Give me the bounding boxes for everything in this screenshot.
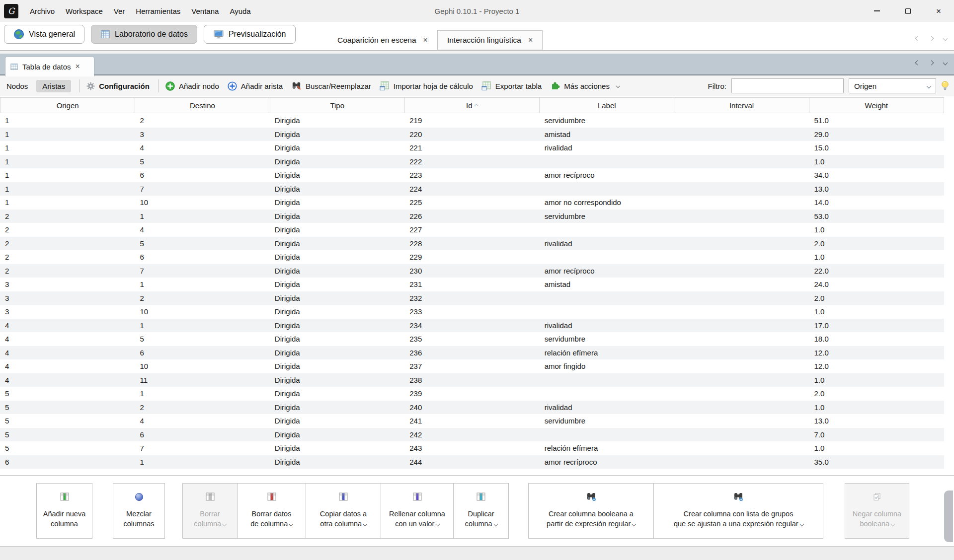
table-row[interactable]: 15Dirigida2221.0 [0,155,944,169]
table-row[interactable]: 310Dirigida2331.0 [0,305,944,319]
table-row[interactable]: 41Dirigida234rivalidad17.0 [0,319,944,333]
action-añadir-nueva-columna[interactable]: Añadir nuevacolumna [36,483,92,539]
edges-toggle[interactable]: Aristas [36,80,71,92]
minimize-button[interactable] [862,0,892,22]
table-row[interactable]: 13Dirigida220amistad29.0 [0,128,944,141]
menu-ventana[interactable]: Ventana [186,4,224,18]
close-tab-icon[interactable]: × [423,36,428,44]
search-replace-button[interactable]: Buscar/Reemplazar [291,81,371,91]
table-row[interactable]: 57Dirigida243relación efímera1.0 [0,441,944,455]
tab-tabla-de-datos[interactable]: Tabla de datos × [5,56,94,76]
column-header-label[interactable]: Label [540,98,674,113]
scroll-left-icon[interactable] [915,61,920,66]
close-button[interactable]: × [923,0,954,22]
table-row[interactable]: 24Dirigida2271.0 [0,223,944,237]
filter-column-select[interactable]: Origen [849,78,936,93]
table-row[interactable]: 17Dirigida22413.0 [0,182,944,196]
close-tab-icon[interactable]: × [528,36,533,44]
column-header-origen[interactable]: Origen [0,98,135,113]
column-header-tipo[interactable]: Tipo [270,98,405,113]
configuration-button[interactable]: Configuración [86,82,150,90]
table-row[interactable]: 410Dirigida237amor fingido12.0 [0,359,944,373]
column-header-interval[interactable]: Interval [674,98,809,113]
table-cell [540,155,674,169]
table-row[interactable]: 26Dirigida2291.0 [0,250,944,264]
menu-workspace[interactable]: Workspace [60,4,108,18]
action-crear-columna-con-lista-de-grupos-que-se-ajustan-a-una-expresión-regular[interactable]: Crear columna con lista de gruposque se … [654,483,823,539]
action-duplicar-columna[interactable]: Duplicarcolumna [454,483,509,539]
view-button-previsualizaci-n[interactable]: Previsualización [204,25,296,44]
scroll-left-icon[interactable] [915,36,920,41]
table-row[interactable]: 16Dirigida223amor recíproco34.0 [0,168,944,182]
table-cell: 7.0 [809,428,944,442]
table-cell: 10 [135,359,269,373]
table-row[interactable]: 61Dirigida244amor recríproco35.0 [0,455,944,469]
table-cell: Dirigida [270,441,404,455]
menu-ayuda[interactable]: Ayuda [224,4,256,18]
table-cell: 18.0 [809,332,944,346]
table-row[interactable]: 31Dirigida231amistad24.0 [0,278,944,291]
table-row[interactable]: 12Dirigida219servidumbre51.0 [0,114,944,128]
tab-list-icon[interactable] [943,36,948,41]
table-row[interactable]: 411Dirigida2381.0 [0,373,944,387]
table-cell: 11 [135,373,269,387]
import-spreadsheet-button[interactable]: Importar hoja de cálculo [380,81,473,91]
action-copiar-datos-a-otra-columna[interactable]: Copiar datos aotra columna [306,483,381,539]
lightbulb-icon[interactable] [941,80,949,92]
action-borrar-datos-de-columna[interactable]: Borrar datosde columna [238,483,306,539]
column-header-weight[interactable]: Weight [809,98,944,113]
table-row[interactable]: 32Dirigida2322.0 [0,291,944,305]
table-cell: 5 [0,387,135,401]
menu-herramientas[interactable]: Herramientas [130,4,186,18]
table-row[interactable]: 54Dirigida241servidumbre13.0 [0,414,944,428]
export-table-button[interactable]: Exportar tabla [481,81,542,91]
view-button-laboratorio-de-datos[interactable]: Laboratorio de datos [91,25,197,44]
table-cell: Dirigida [270,455,404,469]
scroll-right-icon[interactable] [929,36,934,41]
table-cell: 3 [0,278,135,291]
table-row[interactable]: 46Dirigida236relación efímera12.0 [0,346,944,360]
table-row[interactable]: 110Dirigida225amor no correspondido14.0 [0,196,944,210]
table-cell: 238 [404,373,539,387]
filter-input[interactable] [731,78,844,93]
table-cell [540,250,674,264]
action-label: columnas [123,519,154,529]
table-cell: rivalidad [540,319,674,333]
menu-archivo[interactable]: Archivo [24,4,60,18]
action-rellenar-columna-con-un-valor[interactable]: Rellenar columnacon un valor [381,483,454,539]
table-cell: Dirigida [270,114,404,128]
table-cell [674,168,809,182]
table-row[interactable]: 27Dirigida230amor recíproco22.0 [0,264,944,278]
add-edge-button[interactable]: Añadir arista [228,81,283,91]
view-button-vista-general[interactable]: Vista general [4,25,84,44]
restore-button[interactable] [892,0,923,22]
action-mezclar-columnas[interactable]: Mezclarcolumnas [113,483,165,539]
table-cell: Dirigida [270,373,404,387]
workspace-tab[interactable]: Interacción lingüística× [437,30,543,50]
table-cell: 1.0 [809,155,944,169]
action-crear-columna-booleana-a-partir-de-expresión-regular[interactable]: Crear columna booleana apartir de expres… [528,483,654,539]
workspace-tab[interactable]: Coaparición en escena× [328,30,437,50]
table-cell: amor no correspondido [540,196,674,210]
workspace-tab-label: Interacción lingüística [447,36,521,45]
table-row[interactable]: 21Dirigida226servidumbre53.0 [0,210,944,223]
table-row[interactable]: 52Dirigida240rivalidad1.0 [0,401,944,415]
tab-list-icon[interactable] [943,61,948,66]
column-header-id[interactable]: Id [405,98,540,113]
restore-icon [905,8,911,14]
table-row[interactable]: 51Dirigida2392.0 [0,387,944,401]
table-cell: 5 [0,414,135,428]
add-node-button[interactable]: Añadir nodo [165,81,219,91]
nodes-toggle[interactable]: Nodos [6,82,28,90]
table-row[interactable]: 45Dirigida235servidumbre18.0 [0,332,944,346]
more-actions-button[interactable]: Más acciones [550,81,619,91]
column-header-destino[interactable]: Destino [135,98,270,113]
table-cell: 1.0 [809,373,944,387]
table-row[interactable]: 25Dirigida228rivalidad2.0 [0,237,944,251]
close-tab-icon[interactable]: × [76,63,80,70]
scroll-right-icon[interactable] [929,61,934,66]
scrollbar-thumb[interactable] [944,490,953,542]
table-row[interactable]: 14Dirigida221rivalidad15.0 [0,141,944,155]
table-row[interactable]: 56Dirigida2427.0 [0,428,944,442]
menu-ver[interactable]: Ver [108,4,131,18]
